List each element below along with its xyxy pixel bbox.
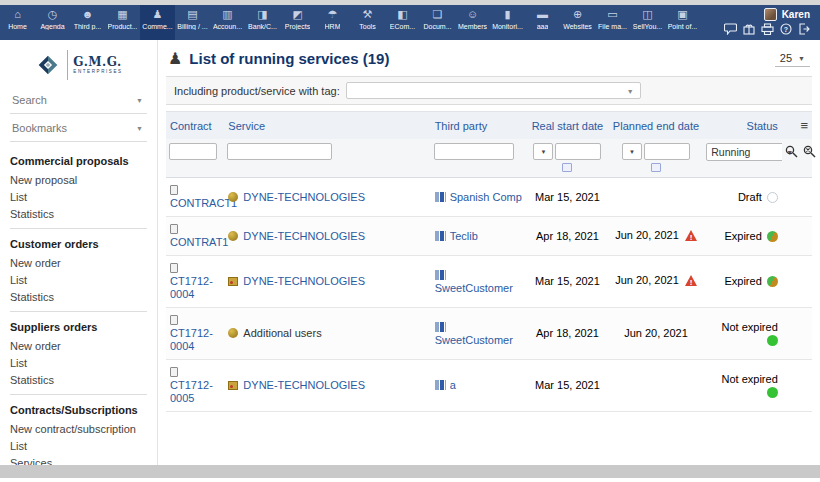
printer-icon[interactable] <box>761 23 774 35</box>
gift-icon[interactable] <box>743 23 755 35</box>
service-link[interactable]: DYNE-TECHNOLOGIES <box>243 230 365 242</box>
quick-icons: ? <box>724 23 810 35</box>
filter-third-party-input[interactable] <box>434 143 514 160</box>
sidebar-menu-item[interactable]: New contract/subscription <box>10 420 147 437</box>
thirdparty-link[interactable]: SweetCustomer <box>435 282 513 294</box>
service-link[interactable]: DYNE-TECHNOLOGIES <box>243 191 365 203</box>
content: G.M.G. ENTERPRISES Search ▼ Bookmarks ▼ … <box>0 40 820 465</box>
filter-end-date-input[interactable] <box>644 143 690 160</box>
topnav-item[interactable]: ▦ Product... <box>105 5 140 40</box>
svg-text:?: ? <box>784 26 788 33</box>
thirdparty-link[interactable]: a <box>450 379 456 391</box>
sidebar-menu-item[interactable]: List <box>10 271 147 288</box>
col-status[interactable]: Status <box>703 112 781 140</box>
thirdparty-link[interactable]: SweetCustomer <box>435 334 513 346</box>
filter-contract-input[interactable] <box>169 143 217 160</box>
help-icon[interactable]: ? <box>780 23 792 35</box>
topnav-item[interactable]: ⚒ Tools <box>350 5 385 40</box>
point-of-sale-icon: ▣ <box>677 9 687 21</box>
topnav-item[interactable]: ❏ Docum... <box>420 5 455 40</box>
topnav-item[interactable]: ▤ Billing / ... <box>175 5 210 40</box>
hrm-icon: ☂ <box>328 9 338 21</box>
sidebar-menu-item[interactable]: New order <box>10 337 147 354</box>
calendar-icon[interactable] <box>651 163 661 172</box>
topnav-item[interactable]: ▮ Monitori... <box>490 5 525 40</box>
service-icon <box>228 192 238 202</box>
bookmarks-dropdown-label: Bookmarks <box>12 122 67 134</box>
real-start-date: Mar 15, 2021 <box>526 256 609 308</box>
topnav-item[interactable]: ◨ Bank/C... <box>245 5 280 40</box>
filter-service-input[interactable] <box>227 143 332 160</box>
filter-end-month-select[interactable]: ▼ <box>622 143 642 160</box>
contract-link[interactable]: CT1712-0004 <box>170 327 213 352</box>
sidebar-menu-item[interactable]: List <box>10 354 147 371</box>
topnav-item[interactable]: ☺ Members <box>455 5 490 40</box>
topnav-item[interactable]: ▥ Accoun... <box>210 5 245 40</box>
service-link[interactable]: DYNE-TECHNOLOGIES <box>243 379 365 391</box>
topnav-item[interactable]: ▣ Point of... <box>665 5 700 40</box>
tag-filter-bar: Including product/service with tag: ▼ <box>166 76 812 105</box>
topnav-item[interactable]: ⊕ Websites <box>560 5 595 40</box>
title-row: ♟ List of running services (19) 25 ▼ <box>166 46 812 76</box>
sidebar-menu-item[interactable]: Statistics <box>10 288 147 305</box>
list-fields-icon[interactable]: ≡ <box>800 118 808 133</box>
service-link[interactable]: DYNE-TECHNOLOGIES <box>243 275 365 287</box>
logo-mark <box>34 51 62 79</box>
page-size-select[interactable]: 25 ▼ <box>775 50 810 67</box>
topnav-item[interactable]: ☂ HRM <box>315 5 350 40</box>
products-icon: ▦ <box>117 9 127 21</box>
chat-icon[interactable] <box>724 23 737 35</box>
search-dropdown[interactable]: Search ▼ <box>10 86 147 114</box>
status-badge <box>767 231 778 242</box>
contract-link[interactable]: CT1712-0004 <box>170 275 213 300</box>
contract-link[interactable]: CONTRAT1 <box>170 236 228 248</box>
contract-link[interactable]: CT1712-0005 <box>170 379 213 404</box>
sidebar-menu-item[interactable]: List <box>10 188 147 205</box>
col-third-party[interactable]: Third party <box>431 112 527 140</box>
search-icon[interactable] <box>785 145 798 158</box>
filter-start-month-select[interactable]: ▼ <box>533 143 553 160</box>
topnav-item[interactable]: ▬ aaa <box>525 5 560 40</box>
topnav-item[interactable]: ⌂ Home <box>0 5 35 40</box>
topnav-item[interactable]: ◧ ECom... <box>385 5 420 40</box>
col-real-start-date[interactable]: Real start date <box>526 112 609 140</box>
thirdparty-link[interactable]: Teclib <box>450 230 478 242</box>
sidebar-menu-item[interactable]: List <box>10 437 147 454</box>
topnav-item[interactable]: ▭ File ma... <box>595 5 630 40</box>
sidebar-menu-item[interactable]: New order <box>10 254 147 271</box>
nav-label: Tools <box>359 23 375 30</box>
col-service[interactable]: Service <box>224 112 430 140</box>
tag-filter-select[interactable]: ▼ <box>346 82 641 99</box>
status-label: Draft <box>738 191 762 203</box>
sidebar-menu-item[interactable]: New proposal <box>10 171 147 188</box>
topnav-item[interactable]: ◩ Projects <box>280 5 315 40</box>
thirdparty-link[interactable]: Spanish Comp <box>450 191 522 203</box>
user-name: Karen <box>782 9 810 20</box>
chevron-down-icon: ▼ <box>627 88 634 95</box>
logout-icon[interactable] <box>798 23 810 35</box>
filter-start-date-input[interactable] <box>555 143 601 160</box>
sellyoursaas-icon: ◫ <box>642 9 652 21</box>
topnav-item[interactable]: ◫ SellYou... <box>630 5 665 40</box>
screen: ⌂ Home ◷ Agenda ☻ Third p... ▦ Product..… <box>0 0 820 482</box>
sidebar-menu-item[interactable]: Statistics <box>10 371 147 388</box>
sidebar-menu-item[interactable]: Services <box>10 454 147 465</box>
col-contract[interactable]: Contract <box>166 112 224 140</box>
status-badge <box>767 387 778 398</box>
col-planned-end-date[interactable]: Planned end date <box>609 112 704 140</box>
contract-icon <box>170 224 178 234</box>
topnav-item[interactable]: ☻ Third p... <box>70 5 105 40</box>
topnav-item[interactable]: ◷ Agenda <box>35 5 70 40</box>
bookmarks-dropdown[interactable]: Bookmarks ▼ <box>10 114 147 142</box>
chevron-down-icon: ▼ <box>798 55 805 62</box>
clear-filter-icon[interactable] <box>803 145 816 158</box>
topnav-item[interactable]: ♟ Comme... <box>140 5 175 40</box>
topnav-items: ⌂ Home ◷ Agenda ☻ Third p... ▦ Product..… <box>0 5 700 40</box>
agenda-icon: ◷ <box>48 9 58 21</box>
sidebar-menu-item[interactable]: Statistics <box>10 205 147 222</box>
calendar-icon[interactable] <box>562 163 572 172</box>
nav-label: Agenda <box>40 23 64 30</box>
user-menu[interactable]: Karen <box>764 8 810 21</box>
horizontal-scrollbar[interactable] <box>0 465 820 478</box>
contract-link[interactable]: CONTRACT1 <box>170 197 237 209</box>
